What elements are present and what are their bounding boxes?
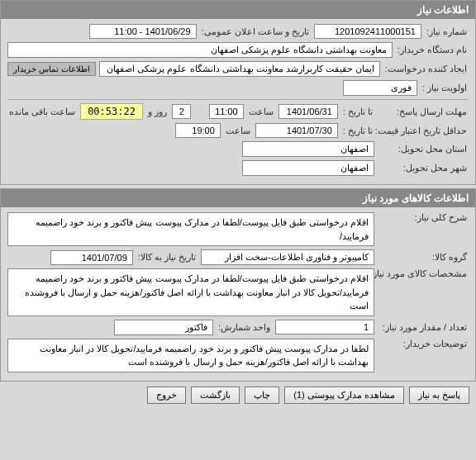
requester-value: ایمان حقیقت کاربرارشد معاونت بهداشتی دان…	[99, 61, 380, 77]
need-desc-value: اقلام درخواستی طبق فایل پیوست/لطفا در مد…	[7, 212, 374, 246]
province-value: اصفهان	[242, 141, 374, 157]
priority-label: اولویت نیاز :	[421, 83, 469, 93]
buyer-notes-value: لطفا در مدارک پیوست پیش فاکتور و برند خو…	[7, 339, 374, 372]
goods-group-value: کامپیوتر و فناوری اطلاعات-سخت افزار	[201, 249, 374, 265]
need-date-value: 1401/07/09	[50, 250, 133, 265]
validity-time-value: 19:00	[175, 123, 221, 138]
deadline-time-label: ساعت	[247, 107, 275, 117]
countdown-timer: 00:53:22	[80, 103, 143, 120]
province-label: استان محل تحویل:	[378, 144, 469, 154]
goods-spec-value: اقلام درخواستی طبق فایل پیوست/لطفا در مد…	[7, 268, 374, 316]
validity-date-value: 1401/07/30	[255, 123, 338, 138]
buyer-org-value: معاونت بهداشتی دانشگاه علوم پزشکی اصفهان	[7, 42, 393, 58]
buyer-notes-label: توضیحات خریدار:	[378, 339, 469, 349]
exit-button[interactable]: خروج	[147, 386, 186, 404]
city-value: اصفهان	[242, 160, 374, 176]
priority-value: فوری	[343, 80, 417, 96]
city-label: شهر محل تحویل:	[378, 163, 469, 173]
validity-label: حداقل تاریخ اعتبار قیمت:	[378, 126, 469, 136]
qty-label: تعداد / مقدار مورد نیاز:	[378, 322, 469, 333]
buyer-org-label: نام دستگاه خریدار:	[396, 45, 469, 55]
back-button[interactable]: بازگشت	[191, 386, 240, 404]
validity-time-label: ساعت	[224, 126, 252, 136]
requester-label: ایجاد کننده درخواست:	[383, 64, 469, 74]
announce-datetime-label: تاریخ و ساعت اعلان عمومی:	[200, 26, 311, 37]
goods-group-label: گروه کالا:	[378, 252, 469, 263]
validity-to-date-label: تا تاریخ :	[341, 126, 374, 136]
remaining-label: ساعت باقی مانده	[7, 107, 77, 117]
deadline-label: مهلت ارسال پاسخ:	[378, 107, 469, 117]
deadline-date-value: 1401/06/31	[278, 104, 338, 119]
need-number-value: 1201092411000151	[314, 24, 421, 39]
need-info-header: اطلاعات نیاز	[1, 1, 475, 19]
attachments-button[interactable]: مشاهده مدارک پیوستی (1)	[284, 386, 404, 404]
unit-label: واحد شمارش:	[217, 322, 272, 333]
goods-info-header: اطلاعات کالاهای مورد نیاز	[1, 189, 475, 207]
days-and-label: روز و	[146, 107, 169, 117]
need-number-label: شماره نیاز:	[425, 26, 469, 37]
need-desc-label: شرح کلی نیاز:	[378, 212, 469, 223]
goods-spec-label: مشخصات کالای مورد نیاز:	[378, 268, 469, 279]
unit-value: فاکتور	[114, 320, 213, 335]
reply-button[interactable]: پاسخ به نیاز	[409, 386, 469, 404]
qty-value: 1	[275, 320, 374, 334]
deadline-time-value: 11:00	[209, 104, 244, 119]
need-date-label: تاریخ نیاز به کالا:	[136, 252, 198, 263]
announce-datetime-value: 1401/06/29 - 11:00	[89, 24, 197, 39]
days-remaining-value: 2	[172, 104, 191, 119]
buyer-contact-button[interactable]: اطلاعات تماس خریدار	[7, 62, 96, 76]
to-date-label: تا تاریخ :	[341, 107, 374, 117]
print-button[interactable]: چاپ	[245, 386, 279, 404]
